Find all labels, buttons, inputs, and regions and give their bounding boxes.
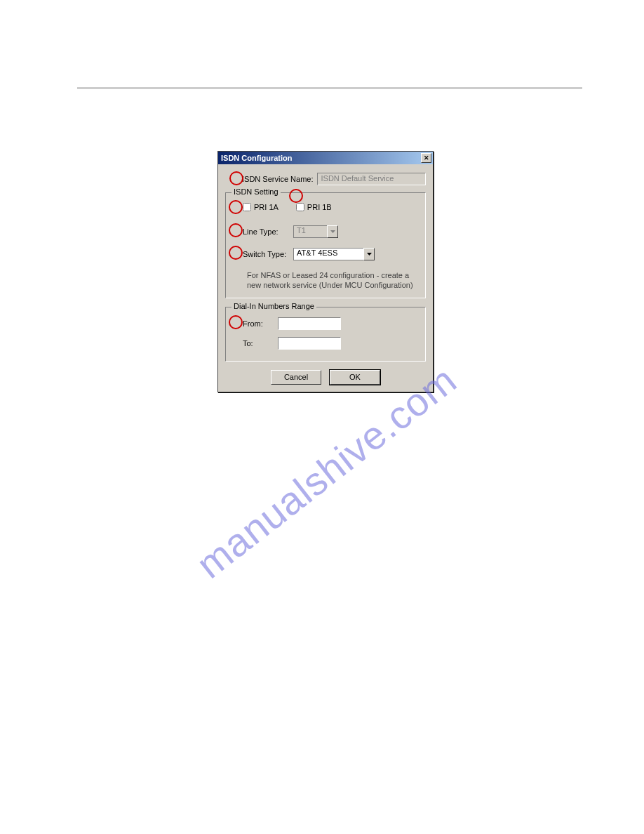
dialin-title: Dial-In Numbers Range — [232, 302, 316, 310]
pri-1a-label: PRI 1A — [254, 203, 279, 211]
dialog-body: ISDN Service Name: ISDN Default Service … — [218, 164, 433, 392]
dialin-group: Dial-In Numbers Range From: To: — [225, 307, 426, 362]
chevron-down-icon — [367, 253, 372, 256]
switch-type-label: Switch Type: — [243, 250, 293, 258]
to-label: To: — [243, 339, 278, 348]
service-name-field: ISDN Default Service — [317, 173, 426, 185]
highlight-circle — [289, 189, 303, 203]
divider — [77, 87, 582, 89]
switch-type-dropdown-button[interactable] — [363, 248, 375, 260]
switch-type-combo[interactable]: AT&T 4ESS — [293, 248, 375, 260]
close-button[interactable]: ✕ — [421, 153, 431, 163]
pri-1b-label: PRI 1B — [307, 203, 332, 211]
line-type-value: T1 — [293, 225, 327, 238]
from-label: From: — [243, 319, 278, 328]
dialog-title: ISDN Configuration — [221, 154, 292, 162]
info-text: For NFAS or Leased 24 configuration - cr… — [234, 270, 417, 291]
highlight-circle — [229, 200, 243, 214]
ok-button[interactable]: OK — [330, 370, 380, 385]
from-input[interactable] — [278, 317, 341, 330]
pri-1a-checkbox[interactable]: PRI 1A — [243, 203, 279, 211]
highlight-circle — [229, 315, 243, 329]
close-icon: ✕ — [424, 154, 429, 161]
svg-marker-1 — [367, 253, 372, 256]
cancel-button[interactable]: Cancel — [271, 370, 321, 385]
button-row: Cancel OK — [225, 370, 426, 385]
line-type-dropdown-button[interactable] — [327, 225, 338, 238]
isdn-setting-group: ISDN Setting PRI 1A PRI 1B Line Type: T1 — [225, 192, 426, 298]
pri-1b-input[interactable] — [296, 203, 304, 211]
highlight-circle — [229, 223, 243, 237]
isdn-config-dialog: ISDN Configuration ✕ ISDN Service Name: … — [217, 151, 434, 392]
svg-marker-0 — [330, 230, 335, 233]
pri-1b-checkbox[interactable]: PRI 1B — [296, 203, 332, 211]
chevron-down-icon — [330, 230, 335, 233]
service-name-label: ISDN Service Name: — [242, 175, 313, 183]
highlight-circle — [229, 246, 243, 260]
highlight-circle — [229, 171, 243, 185]
switch-type-value: AT&T 4ESS — [293, 248, 363, 260]
line-type-combo[interactable]: T1 — [293, 225, 338, 238]
line-type-label: Line Type: — [243, 227, 293, 236]
titlebar: ISDN Configuration ✕ — [218, 152, 433, 164]
pri-1a-input[interactable] — [243, 203, 251, 211]
to-input[interactable] — [278, 337, 341, 350]
isdn-setting-title: ISDN Setting — [232, 187, 281, 196]
